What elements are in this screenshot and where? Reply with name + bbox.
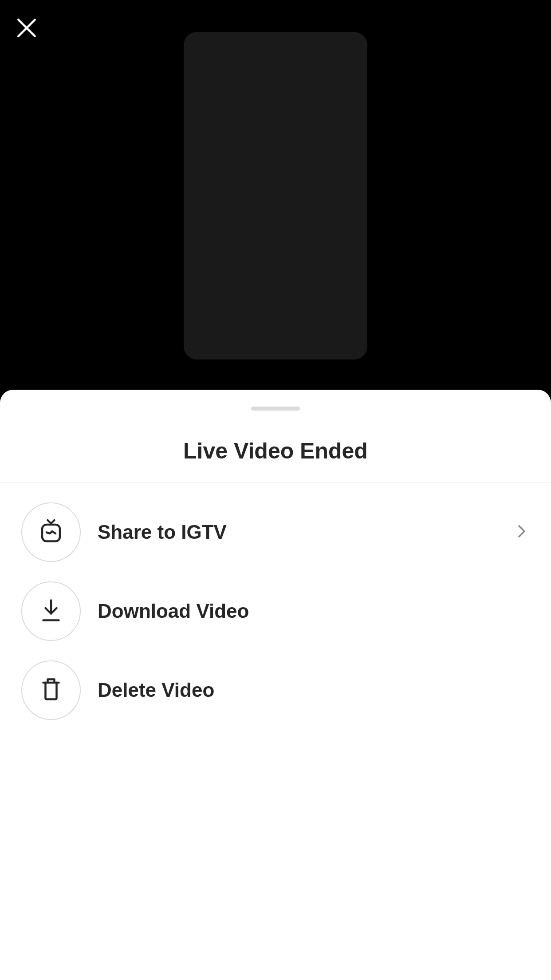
option-label: Share to IGTV — [98, 521, 514, 543]
delete-video-option[interactable]: Delete Video — [21, 651, 530, 730]
option-label: Delete Video — [98, 679, 530, 701]
drag-handle[interactable] — [251, 407, 300, 411]
download-icon — [38, 597, 64, 625]
download-video-option[interactable]: Download Video — [21, 572, 530, 651]
options-list: Share to IGTV Download Video — [0, 483, 551, 730]
option-icon-container — [21, 581, 81, 641]
video-preview-thumbnail — [184, 32, 367, 360]
close-icon — [14, 16, 39, 42]
share-to-igtv-option[interactable]: Share to IGTV — [21, 493, 530, 572]
option-icon-container — [21, 660, 81, 720]
chevron-right-icon — [514, 523, 530, 541]
close-button[interactable] — [13, 16, 40, 42]
trash-icon — [38, 676, 64, 704]
bottom-sheet: Live Video Ended Share to IGTV — [0, 390, 551, 980]
igtv-icon — [38, 518, 64, 546]
option-icon-container — [21, 502, 81, 562]
option-label: Download Video — [98, 600, 530, 622]
sheet-title: Live Video Ended — [0, 438, 551, 464]
